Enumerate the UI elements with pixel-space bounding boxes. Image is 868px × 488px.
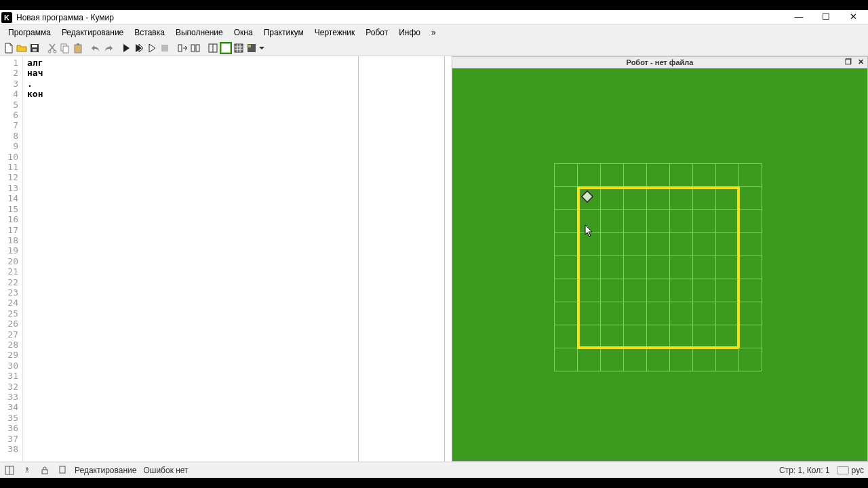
robot-field[interactable] — [452, 68, 868, 462]
svg-rect-2 — [33, 49, 37, 52]
run-icon[interactable] — [120, 42, 132, 54]
open-file-icon[interactable] — [16, 42, 28, 54]
status-marker-icon[interactable] — [57, 465, 68, 476]
status-mode: Редактирование — [75, 466, 136, 475]
minimize-button[interactable]: — — [785, 10, 812, 25]
editor-panel: 1234567891011121314151617181920212223242… — [0, 56, 445, 462]
code-line[interactable]: . — [27, 79, 440, 89]
status-lang[interactable]: рус — [837, 466, 864, 475]
main-area: 1234567891011121314151617181920212223242… — [0, 56, 868, 462]
layout-3-icon[interactable] — [233, 42, 245, 54]
stop-icon[interactable] — [159, 42, 171, 54]
app-icon: K — [1, 12, 12, 23]
status-bar: ♗ Редактирование Ошибок нет Стр: 1, Кол:… — [0, 462, 868, 478]
undo-icon[interactable] — [90, 42, 102, 54]
menu-program[interactable]: Программа — [3, 26, 56, 39]
svg-rect-28 — [60, 466, 65, 473]
layout-dropdown-icon[interactable] — [258, 42, 265, 54]
robot-marker — [580, 190, 594, 203]
menu-bar: Программа Редактирование Вставка Выполне… — [0, 25, 868, 40]
svg-rect-9 — [161, 45, 168, 52]
layout-1-icon[interactable] — [207, 42, 219, 54]
close-button[interactable]: ✕ — [840, 10, 867, 25]
new-file-icon[interactable] — [3, 42, 15, 54]
editor-divider — [358, 56, 359, 462]
status-robot-icon[interactable]: ♗ — [22, 465, 33, 476]
code-line[interactable]: нач — [27, 68, 440, 78]
menu-edit[interactable]: Редактирование — [56, 26, 129, 39]
run-step-icon[interactable] — [146, 42, 158, 54]
window-titlebar: K Новая программа - Кумир — ☐ ✕ — [0, 10, 868, 25]
robot-close-icon[interactable]: ✕ — [855, 58, 866, 67]
keyboard-icon — [837, 466, 849, 474]
menu-practicum[interactable]: Практикум — [258, 26, 309, 39]
run-fast-icon[interactable] — [133, 42, 145, 54]
robot-panel-title: Робот - нет файла — [627, 58, 694, 66]
redo-icon[interactable] — [102, 42, 115, 54]
robot-panel-titlebar: Робот - нет файла ❐ ✕ — [452, 56, 868, 68]
mouse-cursor-icon — [585, 224, 594, 240]
status-errors: Ошибок нет — [143, 466, 188, 475]
cut-icon[interactable] — [46, 42, 58, 54]
maximize-button[interactable]: ☐ — [812, 10, 840, 25]
menu-more[interactable]: » — [426, 26, 441, 39]
menu-drawer[interactable]: Чертежник — [309, 26, 361, 39]
svg-rect-18 — [235, 44, 243, 52]
menu-info[interactable]: Инфо — [393, 26, 426, 39]
layout-4-icon[interactable] — [245, 42, 258, 54]
svg-rect-7 — [75, 45, 81, 53]
svg-rect-11 — [191, 45, 195, 52]
robot-panel: Робот - нет файла ❐ ✕ — [452, 56, 868, 462]
svg-rect-10 — [178, 45, 182, 52]
paste-icon[interactable] — [72, 42, 84, 54]
svg-rect-24 — [248, 45, 251, 47]
svg-rect-6 — [63, 46, 68, 53]
menu-windows[interactable]: Окна — [229, 26, 258, 39]
status-cursor: Стр: 1, Кол: 1 — [779, 466, 830, 475]
menu-execute[interactable]: Выполнение — [170, 26, 229, 39]
code-editor[interactable]: алгнач.кон — [23, 56, 444, 462]
menu-robot[interactable]: Робот — [360, 26, 393, 39]
step-into-icon[interactable] — [176, 42, 189, 54]
svg-rect-1 — [32, 45, 37, 47]
layout-2-icon[interactable] — [220, 42, 232, 54]
toolbar — [0, 40, 868, 56]
svg-rect-27 — [42, 470, 47, 474]
robot-popout-icon[interactable]: ❐ — [843, 58, 854, 67]
menu-insert[interactable]: Вставка — [129, 26, 170, 39]
save-file-icon[interactable] — [28, 42, 41, 54]
svg-rect-8 — [77, 43, 79, 45]
window-title: Новая программа - Кумир — [16, 13, 785, 22]
code-line[interactable]: алг — [27, 58, 440, 68]
code-line[interactable]: кон — [27, 89, 440, 99]
step-over-icon[interactable] — [189, 42, 201, 54]
line-gutter: 1234567891011121314151617181920212223242… — [0, 56, 23, 462]
status-layout-icon[interactable] — [4, 465, 15, 476]
copy-icon[interactable] — [59, 42, 71, 54]
status-lock-icon[interactable] — [39, 465, 50, 476]
svg-rect-12 — [196, 45, 199, 52]
